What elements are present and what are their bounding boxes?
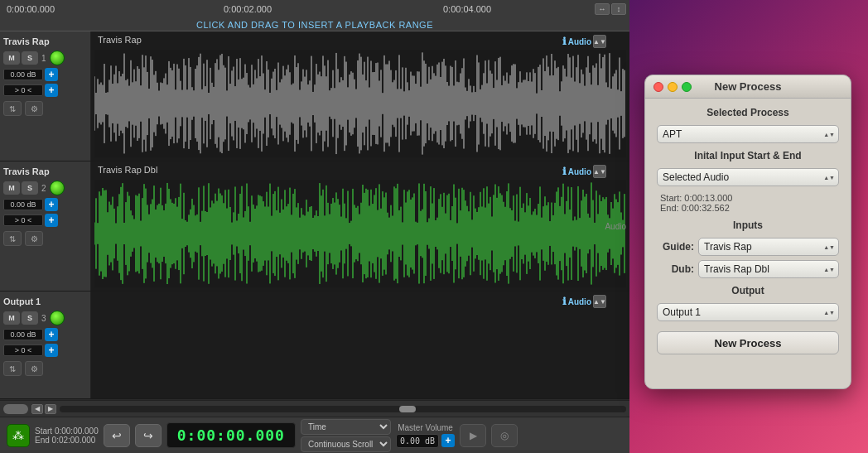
- time-display: 0:00:00.000: [166, 422, 296, 448]
- output-select-wrapper: Output 1: [657, 303, 839, 321]
- track-2-db-plus-btn[interactable]: +: [45, 198, 58, 211]
- inputs-section-label: Inputs: [657, 219, 839, 231]
- track-1-routing-icon[interactable]: ⇅: [3, 101, 22, 116]
- track-3-db-display: 0.00 dB: [3, 329, 43, 340]
- track-1-record-btn[interactable]: [50, 51, 65, 65]
- track-3: Output 1 M S 3 0.00 dB + > 0 < + ⇅ ⚙: [0, 292, 629, 399]
- rewind-btn[interactable]: ↩: [104, 424, 130, 447]
- track-3-record-btn[interactable]: [50, 311, 65, 325]
- track-1-solo-btn[interactable]: S: [22, 51, 38, 65]
- scrollbar-area: ◀ ▶: [0, 400, 629, 417]
- master-db-plus-btn[interactable]: +: [441, 434, 455, 447]
- headphone-btn[interactable]: ◎: [491, 424, 518, 447]
- play-btn[interactable]: ▶: [460, 424, 486, 447]
- dub-select[interactable]: Travis Rap Dbl: [698, 260, 839, 278]
- track-1-db-plus-btn[interactable]: +: [45, 68, 58, 81]
- track-2-routing-icon[interactable]: ⇅: [3, 231, 22, 246]
- track-3-audio-select-btn[interactable]: ▲▼: [593, 295, 606, 308]
- output-select[interactable]: Output 1: [657, 303, 839, 321]
- window-minimize-btn[interactable]: [668, 82, 678, 92]
- scroll-prev-btn[interactable]: ◀: [31, 404, 43, 414]
- track-1-mute-btn[interactable]: M: [3, 51, 20, 65]
- forward-btn[interactable]: ↪: [135, 424, 162, 447]
- master-db-display: 0.00 dB: [396, 434, 439, 448]
- new-process-button[interactable]: New Process: [657, 331, 839, 354]
- apt-select[interactable]: APT: [657, 125, 839, 143]
- scroll-position-indicator: [399, 406, 416, 412]
- transport-end: End 0:02:00.000: [35, 436, 99, 445]
- track-2-settings-icon[interactable]: ⚙: [25, 231, 43, 246]
- track-2-number: 2: [41, 184, 46, 193]
- track-2-waveform-area[interactable]: Travis Rap Dbl ℹ Audio ▲▼ Audio: [91, 161, 629, 291]
- track-3-solo-btn[interactable]: S: [22, 311, 38, 325]
- track-3-audio-label: Audio: [568, 297, 591, 306]
- track-1-audio-select-btn[interactable]: ▲▼: [593, 35, 606, 48]
- track-2-solo-btn[interactable]: S: [22, 181, 38, 195]
- track-2-audio-badge: ℹ Audio ▲▼: [562, 165, 606, 178]
- track-2-controls: Travis Rap M S 2 0.00 dB + > 0 < + ⇅: [0, 161, 91, 291]
- track-3-mute-btn[interactable]: M: [3, 311, 20, 325]
- guide-label: Guide:: [657, 241, 694, 253]
- zoom-vert-btn[interactable]: ↕: [611, 3, 626, 15]
- scrollbar-thumb[interactable]: [3, 404, 28, 414]
- guide-select[interactable]: Travis Rap: [698, 238, 839, 256]
- track-1-settings-icon[interactable]: ⚙: [25, 101, 43, 116]
- zoom-fit-btn[interactable]: ↔: [595, 3, 610, 15]
- time-marker-0: 0:00:00.000: [7, 4, 55, 14]
- track-3-settings-icon[interactable]: ⚙: [25, 361, 43, 376]
- track-3-pan-display: > 0 <: [3, 345, 43, 356]
- panel-titlebar: New Process: [645, 75, 851, 99]
- track-1-db-display: 0.00 dB: [3, 69, 43, 80]
- new-process-panel: New Process Selected Process APT Inital …: [644, 75, 851, 389]
- track-2-pan-plus-btn[interactable]: +: [45, 214, 58, 227]
- time-marker-2: 0:00:02.000: [224, 4, 272, 14]
- track-2-pan-display: > 0 <: [3, 214, 43, 226]
- track-1-clip-label: Travis Rap: [98, 35, 142, 45]
- transport-bar: ⁂ Start 0:00:00.000 End 0:02:00.000 ↩ ↪ …: [0, 417, 629, 453]
- click-drag-hint: CLICK AND DRAG TO INSERT A PLAYBACK RANG…: [0, 18, 629, 30]
- initial-input-section-label: Inital Input Start & End: [657, 150, 839, 161]
- selected-audio-select-wrapper: Selected Audio: [657, 168, 839, 186]
- track-2-db-display: 0.00 dB: [3, 199, 43, 210]
- panel-body: Selected Process APT Inital Input Start …: [645, 99, 851, 388]
- dub-select-wrapper: Travis Rap Dbl: [698, 260, 839, 278]
- link-btn[interactable]: ⁂: [7, 424, 30, 447]
- time-mode-select[interactable]: Time: [301, 419, 391, 435]
- end-time-text: End: 0:00:32.562: [660, 203, 839, 213]
- dub-label: Dub:: [657, 263, 694, 275]
- track-1-waveform-area[interactable]: Travis Rap ℹ Audio ▲▼: [91, 31, 629, 161]
- scroll-mode-select[interactable]: Continuous Scroll: [301, 436, 391, 452]
- transport-start: Start 0:00:00.000: [35, 426, 99, 436]
- track-1-waveform-canvas: [94, 50, 626, 157]
- track-1-controls: Travis Rap M S 1 0.00 dB + > 0 < + ⇅: [0, 31, 91, 161]
- output-section-label: Output: [657, 285, 839, 296]
- scroll-next-btn[interactable]: ▶: [45, 404, 56, 414]
- track-3-db-plus-btn[interactable]: +: [45, 328, 58, 341]
- panel-title: New Process: [715, 80, 782, 93]
- guide-select-wrapper: Travis Rap: [698, 238, 839, 256]
- track-2-audio-label: Audio: [568, 167, 591, 176]
- timeline-ruler: 0:00:00.000 0:00:02.000 0:00:04.000 ↔ ↕ …: [0, 0, 629, 31]
- track-1-name: Travis Rap: [3, 36, 87, 46]
- master-volume-label: Master Volume: [398, 423, 453, 432]
- window-maximize-btn[interactable]: [682, 82, 692, 92]
- track-2-record-btn[interactable]: [50, 181, 65, 195]
- track-3-pan-plus-btn[interactable]: +: [45, 344, 58, 357]
- scroll-track[interactable]: [60, 406, 626, 412]
- selected-audio-select[interactable]: Selected Audio: [657, 168, 839, 186]
- track-1-number: 1: [41, 54, 46, 63]
- start-time-text: Start: 0:00:13.000: [660, 193, 839, 203]
- track-1: Travis Rap M S 1 0.00 dB + > 0 < + ⇅: [0, 31, 629, 161]
- track-2-mute-btn[interactable]: M: [3, 181, 20, 195]
- track-2-waveform-canvas: [94, 180, 626, 287]
- track-2-audio-select-btn[interactable]: ▲▼: [593, 165, 606, 178]
- track-1-pan-plus-btn[interactable]: +: [45, 84, 58, 97]
- window-close-btn[interactable]: [653, 82, 663, 92]
- track-3-routing-icon[interactable]: ⇅: [3, 361, 22, 376]
- selected-process-section-label: Selected Process: [657, 107, 839, 118]
- track-2-side-label: Audio: [605, 222, 626, 231]
- track-3-waveform-area[interactable]: ℹ Audio ▲▼: [91, 292, 629, 398]
- track-3-name: Output 1: [3, 296, 87, 306]
- track-1-audio-label: Audio: [568, 37, 591, 46]
- timeline-nav: ↔ ↕: [595, 3, 626, 15]
